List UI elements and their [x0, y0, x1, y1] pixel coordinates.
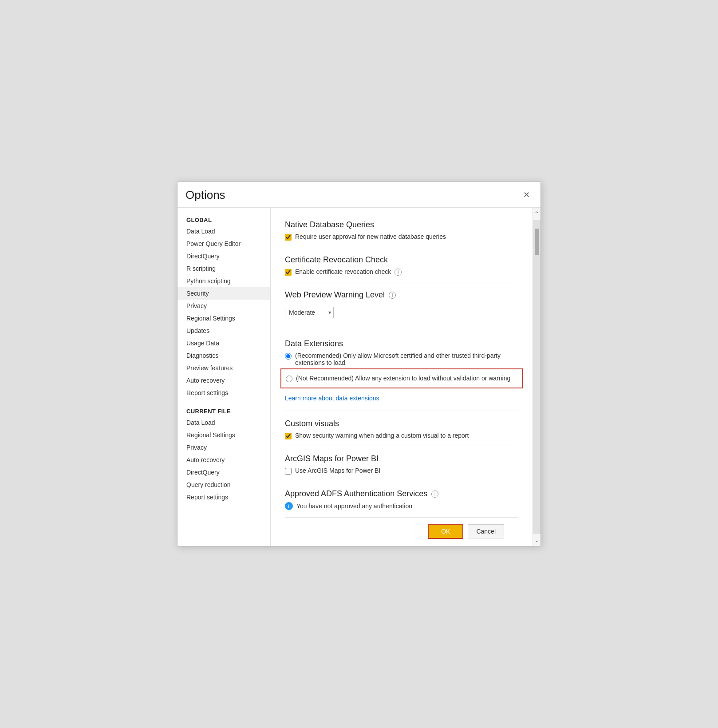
- divider-2: [285, 282, 518, 282]
- adfs-info-icon: i: [431, 491, 438, 498]
- learn-more-link[interactable]: Learn more about data extensions: [285, 395, 379, 402]
- native-db-checkbox[interactable]: [285, 234, 292, 241]
- ok-button[interactable]: OK: [428, 524, 463, 539]
- main-panel: Native Database Queries Require user app…: [271, 208, 540, 546]
- cert-checkbox-row: Enable certificate revocation check i: [285, 268, 518, 276]
- divider-1: [285, 247, 518, 247]
- cert-info-icon: i: [395, 269, 402, 276]
- sidebar-item-cf-query-reduction[interactable]: Query reduction: [178, 479, 270, 491]
- scroll-track[interactable]: [533, 220, 540, 534]
- web-preview-info-icon: i: [389, 292, 396, 299]
- sidebar-item-usage-data[interactable]: Usage Data: [178, 337, 270, 349]
- options-dialog: Options ✕ GLOBAL Data Load Power Query E…: [177, 182, 541, 546]
- close-button[interactable]: ✕: [521, 190, 533, 200]
- dialog-footer: OK Cancel: [285, 517, 518, 546]
- arcgis-title: ArcGIS Maps for Power BI: [285, 454, 518, 463]
- scroll-thumb[interactable]: [535, 229, 539, 255]
- web-preview-title: Web Preview Warning Level i: [285, 290, 518, 300]
- dialog-title: Options: [185, 188, 225, 202]
- scroll-up-button[interactable]: ⌃: [533, 209, 540, 219]
- sidebar: GLOBAL Data Load Power Query Editor Dire…: [178, 208, 271, 546]
- sidebar-item-cf-data-load[interactable]: Data Load: [178, 416, 270, 429]
- native-db-title: Native Database Queries: [285, 220, 518, 229]
- custom-visuals-checkbox[interactable]: [285, 433, 292, 439]
- arcgis-checkbox-row: Use ArcGIS Maps for Power BI: [285, 467, 518, 475]
- cert-title: Certificate Revocation Check: [285, 255, 518, 265]
- arcgis-checkbox[interactable]: [285, 468, 292, 475]
- sidebar-item-cf-auto-recovery[interactable]: Auto recovery: [178, 454, 270, 466]
- adfs-info-row: i You have not approved any authenticati…: [285, 502, 518, 510]
- sidebar-item-power-query-editor[interactable]: Power Query Editor: [178, 237, 270, 250]
- scrollbar: ⌃ ⌄: [533, 208, 540, 546]
- data-ext-radio2-label[interactable]: (Not Recommended) Allow any extension to…: [296, 375, 510, 382]
- data-ext-radio2-highlighted: (Not Recommended) Allow any extension to…: [280, 368, 523, 388]
- sidebar-item-privacy[interactable]: Privacy: [178, 300, 270, 312]
- custom-visuals-title: Custom visuals: [285, 419, 518, 428]
- dialog-body: GLOBAL Data Load Power Query Editor Dire…: [178, 207, 540, 546]
- arcgis-checkbox-label[interactable]: Use ArcGIS Maps for Power BI: [295, 467, 380, 474]
- sidebar-item-diagnostics[interactable]: Diagnostics: [178, 349, 270, 362]
- sidebar-item-regional-settings[interactable]: Regional Settings: [178, 312, 270, 324]
- divider-5: [285, 446, 518, 446]
- custom-visuals-checkbox-label[interactable]: Show security warning when adding a cust…: [295, 432, 469, 439]
- divider-6: [285, 481, 518, 481]
- custom-visuals-checkbox-row: Show security warning when adding a cust…: [285, 432, 518, 439]
- data-ext-radio1[interactable]: [285, 353, 292, 360]
- native-db-checkbox-label[interactable]: Require user approval for new native dat…: [295, 233, 446, 240]
- sidebar-item-preview-features[interactable]: Preview features: [178, 362, 270, 374]
- cert-checkbox[interactable]: [285, 269, 292, 276]
- global-section-label: GLOBAL: [178, 212, 270, 225]
- sidebar-item-directquery[interactable]: DirectQuery: [178, 250, 270, 262]
- sidebar-item-cf-directquery[interactable]: DirectQuery: [178, 466, 270, 479]
- current-file-section-label: CURRENT FILE: [178, 404, 270, 416]
- data-ext-radio1-row: (Recommended) Only allow Microsoft certi…: [285, 352, 518, 366]
- data-ext-title: Data Extensions: [285, 339, 518, 348]
- sidebar-item-security[interactable]: Security: [178, 287, 270, 300]
- dialog-titlebar: Options ✕: [178, 182, 540, 202]
- sidebar-item-cf-privacy[interactable]: Privacy: [178, 441, 270, 454]
- cancel-button[interactable]: Cancel: [468, 524, 504, 538]
- cert-checkbox-label: Enable certificate revocation check i: [295, 268, 402, 276]
- sidebar-item-cf-report-settings[interactable]: Report settings: [178, 491, 270, 503]
- sidebar-item-cf-regional-settings[interactable]: Regional Settings: [178, 429, 270, 441]
- adfs-title: Approved ADFS Authentication Services i: [285, 489, 518, 499]
- sidebar-item-python-scripting[interactable]: Python scripting: [178, 275, 270, 287]
- sidebar-item-auto-recovery[interactable]: Auto recovery: [178, 374, 270, 387]
- data-ext-radio1-label[interactable]: (Recommended) Only allow Microsoft certi…: [295, 352, 518, 366]
- sidebar-item-report-settings[interactable]: Report settings: [178, 387, 270, 399]
- main-content: Native Database Queries Require user app…: [271, 208, 533, 546]
- divider-4: [285, 411, 518, 411]
- native-db-checkbox-row: Require user approval for new native dat…: [285, 233, 518, 241]
- sidebar-item-data-load[interactable]: Data Load: [178, 225, 270, 237]
- web-preview-dropdown-wrapper: Moderate Low High: [285, 307, 334, 318]
- adfs-info-text: You have not approved any authentication: [296, 502, 412, 510]
- scroll-down-button[interactable]: ⌄: [533, 535, 540, 545]
- adfs-blue-icon: i: [285, 502, 293, 510]
- data-ext-radio2[interactable]: [286, 376, 292, 382]
- data-ext-radio2-row: (Not Recommended) Allow any extension to…: [286, 375, 517, 382]
- sidebar-item-updates[interactable]: Updates: [178, 324, 270, 337]
- sidebar-item-r-scripting[interactable]: R scripting: [178, 262, 270, 275]
- web-preview-dropdown[interactable]: Moderate Low High: [285, 307, 334, 318]
- divider-3: [285, 331, 518, 331]
